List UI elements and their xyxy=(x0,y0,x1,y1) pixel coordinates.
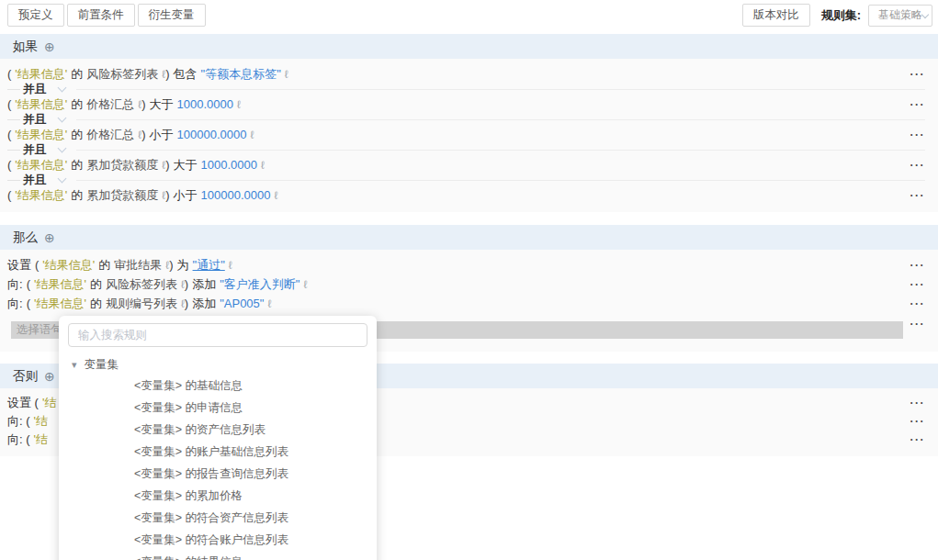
and-label: 并且 xyxy=(23,173,46,188)
variable-ref[interactable]: '结果信息' xyxy=(15,157,67,174)
action-prefix: 向: ( xyxy=(7,431,30,448)
tree-item[interactable]: <变量集> 的符合账户信息列表 xyxy=(68,529,367,551)
connector-line xyxy=(7,89,20,90)
add-action-icon[interactable]: ⊕ xyxy=(44,370,55,383)
tab-predefined[interactable]: 预定义 xyxy=(7,4,64,27)
paren-open: ( xyxy=(7,67,11,81)
condition-row: ( '结果信息' 的 风险标签列表 ℓ ) 包含 "等额本息标签" ℓ ··· xyxy=(7,64,925,84)
tree-item[interactable]: <变量集> 的报告查询信息列表 xyxy=(68,463,367,485)
property-ref[interactable]: 风险标签列表 xyxy=(106,276,177,293)
condition-row: ( '结果信息' 的 价格汇总 ℓ ) 小于 100000.0000 ℓ ··· xyxy=(7,125,925,144)
edit-icon[interactable]: ℓ xyxy=(229,259,232,272)
more-button[interactable]: ··· xyxy=(910,260,926,271)
edit-icon[interactable]: ℓ xyxy=(303,278,307,291)
of-particle: 的 xyxy=(71,187,83,204)
property-ref[interactable]: 累加贷款额度 xyxy=(86,157,158,174)
value-literal[interactable]: 100000.0000 xyxy=(177,128,247,141)
value-literal[interactable]: 100000.0000 xyxy=(201,188,271,202)
action-row: 向: ( '结果信息' 的 风险标签列表 ℓ ) 添加 "客户准入判断" ℓ ·… xyxy=(7,274,925,294)
property-ref[interactable]: 累加贷款额度 xyxy=(86,187,158,204)
variable-ref[interactable]: '结果信息' xyxy=(34,296,86,312)
more-button[interactable]: ··· xyxy=(910,298,926,309)
if-header: 如果 ⊕ xyxy=(0,34,938,59)
property-ref[interactable]: 规则编号列表 xyxy=(106,296,177,312)
connector-line xyxy=(7,180,20,181)
variable-ref[interactable]: '结果信息' xyxy=(15,187,67,204)
connector-line xyxy=(76,119,925,120)
ruleset-select[interactable]: 基础策略 xyxy=(868,5,932,27)
tab-derived-variables[interactable]: 衍生变量 xyxy=(138,4,206,27)
property-ref[interactable]: 风险标签列表 xyxy=(86,66,158,83)
property-ref[interactable]: 价格汇总 xyxy=(86,96,134,113)
variable-ref[interactable]: '结 xyxy=(42,395,56,411)
paren-close: ) xyxy=(165,188,169,202)
search-input[interactable] xyxy=(68,323,367,347)
operator: 大于 xyxy=(174,157,198,174)
then-header: 那么 ⊕ xyxy=(0,225,938,250)
variable-ref[interactable]: '结果信息' xyxy=(34,276,86,293)
paren-open: ( xyxy=(7,188,11,202)
tree-item[interactable]: <变量集> 的结果信息 xyxy=(68,551,367,560)
value-literal[interactable]: 1000.0000 xyxy=(201,158,257,172)
more-button[interactable]: ··· xyxy=(910,190,926,201)
value-literal[interactable]: "等额本息标签" xyxy=(201,66,281,83)
chevron-down-icon[interactable] xyxy=(58,114,67,123)
if-title: 如果 xyxy=(13,39,38,55)
paren-open: ( xyxy=(7,128,11,141)
more-button[interactable]: ··· xyxy=(910,434,926,445)
edit-icon[interactable]: ℓ xyxy=(274,189,277,202)
chevron-down-icon[interactable] xyxy=(58,84,67,93)
of-particle: 的 xyxy=(71,127,83,143)
tree-item[interactable]: <变量集> 的累加价格 xyxy=(68,485,367,507)
chevron-down-icon[interactable] xyxy=(58,144,67,153)
edit-icon[interactable]: ℓ xyxy=(261,159,265,172)
variable-ref[interactable]: '结果信息' xyxy=(42,257,95,274)
of-particle: 的 xyxy=(71,96,83,113)
more-button[interactable]: ··· xyxy=(910,279,926,290)
connector-line xyxy=(76,150,925,151)
paren-open: ( xyxy=(27,277,30,291)
edit-icon[interactable]: ℓ xyxy=(237,98,241,111)
tree-item[interactable]: <变量集> 的账户基础信息列表 xyxy=(68,441,367,463)
value-literal[interactable]: 1000.0000 xyxy=(177,97,233,111)
tree-item[interactable]: <变量集> 的符合资产信息列表 xyxy=(68,507,367,529)
add-condition-icon[interactable]: ⊕ xyxy=(44,40,55,53)
property-ref[interactable]: 价格汇总 xyxy=(86,127,134,143)
more-button[interactable]: ··· xyxy=(910,416,926,427)
more-button[interactable]: ··· xyxy=(910,319,926,330)
tab-preconditions[interactable]: 前置条件 xyxy=(67,4,135,27)
tree-item[interactable]: <变量集> 的资产信息列表 xyxy=(68,419,367,441)
edit-icon[interactable]: ℓ xyxy=(267,297,271,310)
value-literal[interactable]: "客户准入判断" xyxy=(220,276,299,293)
variable-ref[interactable]: '结 xyxy=(34,431,48,448)
variable-ref[interactable]: '结果信息' xyxy=(15,127,67,143)
edit-icon[interactable]: ℓ xyxy=(285,68,288,81)
chevron-down-icon[interactable] xyxy=(58,174,67,184)
paren-open: ( xyxy=(35,258,39,272)
paren-open: ( xyxy=(7,97,11,111)
more-button[interactable]: ··· xyxy=(910,69,926,80)
connector-line xyxy=(76,180,925,181)
tree-root-variable-set[interactable]: ▾ 变量集 xyxy=(68,354,367,375)
value-literal[interactable]: "AP005" xyxy=(220,297,264,310)
tree-item[interactable]: <变量集> 的申请信息 xyxy=(68,397,367,419)
if-section-body: ( '结果信息' 的 风险标签列表 ℓ ) 包含 "等额本息标签" ℓ ··· … xyxy=(0,59,938,212)
version-compare-button[interactable]: 版本对比 xyxy=(742,4,810,27)
add-action-icon[interactable]: ⊕ xyxy=(44,231,55,244)
operator: 为 xyxy=(177,257,189,274)
more-button[interactable]: ··· xyxy=(910,398,926,409)
operator: 小于 xyxy=(174,187,198,204)
caret-down-icon: ▾ xyxy=(72,359,77,371)
paren-close: ) xyxy=(185,277,188,291)
variable-ref[interactable]: '结果信息' xyxy=(15,66,67,83)
edit-icon[interactable]: ℓ xyxy=(250,129,254,141)
more-button[interactable]: ··· xyxy=(910,99,926,110)
variable-ref[interactable]: '结 xyxy=(34,413,48,430)
more-button[interactable]: ··· xyxy=(910,129,926,140)
variable-ref[interactable]: '结果信息' xyxy=(15,96,67,113)
action-row: 设置 ( '结果信息' 的 审批结果 ℓ ) 为 "通过" ℓ ··· xyxy=(7,255,925,274)
more-button[interactable]: ··· xyxy=(910,160,926,171)
tree-item[interactable]: <变量集> 的基础信息 xyxy=(68,375,367,397)
property-ref[interactable]: 审批结果 xyxy=(114,257,162,274)
value-literal[interactable]: "通过" xyxy=(193,257,225,274)
